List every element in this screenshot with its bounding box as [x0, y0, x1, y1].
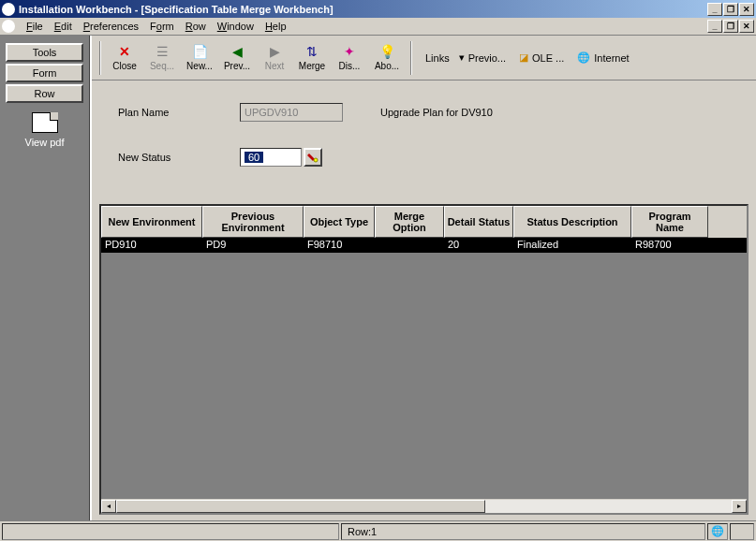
sidebar-viewpdf-label: View pdf [0, 137, 89, 148]
sidebar: Tools Form Row View pdf [0, 36, 90, 520]
lookup-button[interactable] [304, 148, 322, 167]
grid-header: New Environment Previous Environment Obj… [101, 206, 747, 238]
content-pane: ✕ Close ☰ Seq... 📄 New... ◀ Prev... ▶ Ne… [90, 36, 756, 520]
cell-prev-env: PD9 [202, 238, 304, 253]
internet-link[interactable]: 🌐 Internet [573, 50, 632, 66]
menu-bar: File Edit Preferences Form Row Window He… [0, 18, 756, 36]
menu-edit[interactable]: Edit [49, 19, 78, 34]
grid-body [101, 253, 747, 498]
status-bar: Row:1 🌐 [0, 520, 756, 541]
new-status-field[interactable]: 60 [240, 148, 302, 167]
scroll-thumb[interactable] [116, 500, 485, 513]
close-button[interactable]: ✕ Close [107, 38, 142, 78]
window-title: Installation Workbench - [Specification … [19, 4, 707, 15]
mdi-minimize-button[interactable]: _ [707, 20, 722, 33]
doc-icon [2, 20, 15, 33]
horizontal-scrollbar[interactable]: ◂ ▸ [101, 498, 747, 513]
merge-button[interactable]: ⇅ Merge [294, 38, 330, 78]
scroll-right-button[interactable]: ▸ [732, 500, 747, 513]
links-label: Links [425, 52, 450, 64]
document-icon [32, 112, 58, 133]
dis-button[interactable]: ✦ Dis... [332, 38, 367, 78]
scroll-track[interactable] [116, 500, 732, 513]
col-status-desc[interactable]: Status Description [513, 206, 631, 238]
cell-status-desc: Finalized [513, 238, 631, 253]
chevron-down-icon: ▾ [459, 51, 465, 64]
new-button[interactable]: 📄 New... [182, 38, 217, 78]
cell-merge-option [375, 238, 444, 253]
toolbar-separator [99, 41, 101, 75]
ole-link[interactable]: ◪ OLE ... [515, 50, 568, 66]
menu-window[interactable]: Window [212, 19, 259, 34]
col-detail-status[interactable]: Detail Status [444, 206, 513, 238]
menu-file[interactable]: File [21, 19, 49, 34]
dis-icon: ✦ [342, 44, 357, 59]
minimize-button[interactable]: _ [707, 3, 722, 16]
next-button[interactable]: ▶ Next [257, 38, 292, 78]
next-icon: ▶ [267, 44, 282, 59]
menu-help[interactable]: Help [259, 19, 292, 34]
ole-icon: ◪ [519, 51, 528, 64]
plan-name-field [240, 103, 343, 122]
title-bar: Installation Workbench - [Specification … [0, 0, 756, 18]
app-icon [2, 3, 15, 16]
status-row: Row:1 [341, 523, 705, 540]
previo-link[interactable]: ▾ Previo... [455, 50, 510, 66]
svg-point-0 [314, 158, 318, 162]
flashlight-icon [307, 152, 319, 163]
maximize-button[interactable]: ❐ [723, 3, 738, 16]
menu-form[interactable]: Form [144, 19, 180, 34]
sidebar-tools-button[interactable]: Tools [6, 43, 83, 62]
prev-button[interactable]: ◀ Prev... [219, 38, 255, 78]
plan-name-label: Plan Name [118, 107, 221, 118]
sidebar-form-button[interactable]: Form [6, 64, 83, 82]
col-object-type[interactable]: Object Type [304, 206, 375, 238]
close-icon: ✕ [117, 44, 132, 59]
mdi-close-button[interactable]: ✕ [739, 20, 754, 33]
status-globe-icon: 🌐 [707, 523, 728, 540]
data-grid[interactable]: New Environment Previous Environment Obj… [99, 204, 749, 515]
col-merge-option[interactable]: Merge Option [375, 206, 444, 238]
col-prev-env[interactable]: Previous Environment [202, 206, 304, 238]
status-right [730, 523, 754, 540]
cell-detail-status: 20 [444, 238, 513, 253]
col-program-name[interactable]: Program Name [631, 206, 708, 238]
status-left [2, 523, 339, 540]
cell-program-name: R98700 [631, 238, 708, 253]
abo-button[interactable]: 💡 Abo... [369, 38, 405, 78]
plan-desc: Upgrade Plan for DV910 [380, 107, 493, 118]
grid-row[interactable]: PD910 PD9 F98710 20 Finalized R98700 [101, 238, 747, 253]
seq-button[interactable]: ☰ Seq... [144, 38, 180, 78]
new-icon: 📄 [192, 44, 207, 59]
globe-icon: 🌐 [577, 51, 590, 64]
form-panel: Plan Name Upgrade Plan for DV910 New Sta… [92, 80, 756, 204]
scroll-left-button[interactable]: ◂ [101, 500, 116, 513]
cell-object-type: F98710 [304, 238, 375, 253]
menu-preferences[interactable]: Preferences [78, 19, 144, 34]
col-new-env[interactable]: New Environment [101, 206, 202, 238]
new-status-label: New Status [118, 152, 221, 163]
cell-new-env: PD910 [101, 238, 202, 253]
seq-icon: ☰ [155, 44, 170, 59]
toolbar-separator [410, 41, 412, 75]
sidebar-viewpdf[interactable]: View pdf [0, 112, 89, 148]
close-window-button[interactable]: ✕ [739, 3, 754, 16]
merge-icon: ⇅ [304, 44, 319, 59]
abo-icon: 💡 [379, 44, 394, 59]
toolbar: ✕ Close ☰ Seq... 📄 New... ◀ Prev... ▶ Ne… [92, 36, 756, 80]
mdi-restore-button[interactable]: ❐ [723, 20, 738, 33]
menu-row[interactable]: Row [180, 19, 212, 34]
sidebar-row-button[interactable]: Row [6, 84, 83, 103]
prev-icon: ◀ [230, 44, 245, 59]
new-status-value: 60 [245, 152, 263, 163]
